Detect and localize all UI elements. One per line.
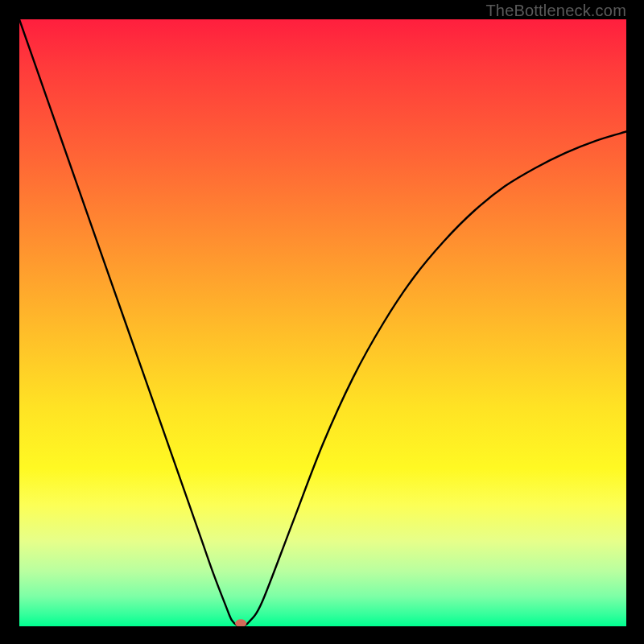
optimal-point-marker: [235, 619, 246, 626]
chart-plot-area: [19, 19, 626, 626]
bottleneck-curve: [19, 19, 626, 626]
chart-svg: [19, 19, 626, 626]
watermark-text: TheBottleneck.com: [485, 2, 626, 20]
